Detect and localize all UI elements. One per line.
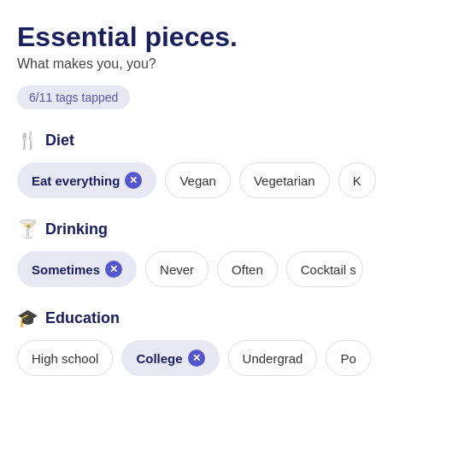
tag-education-1[interactable]: College✕ — [121, 340, 219, 376]
tag-drinking-2[interactable]: Often — [217, 251, 278, 287]
tag-diet-1[interactable]: Vegan — [165, 162, 231, 198]
section-diet: 🍴DietEat everything✕VeganVegetarianK — [17, 130, 453, 198]
remove-tag-drinking-0[interactable]: ✕ — [105, 261, 122, 278]
diet-icon: 🍴 — [17, 130, 38, 150]
sections-container: 🍴DietEat everything✕VeganVegetarianK🍸Dri… — [17, 130, 453, 376]
section-education: 🎓EducationHigh schoolCollege✕UndergradPo — [17, 308, 453, 376]
drinking-icon: 🍸 — [17, 219, 38, 239]
tag-education-0[interactable]: High school — [17, 340, 113, 376]
section-header-education: 🎓Education — [17, 308, 453, 328]
tag-diet-0[interactable]: Eat everything✕ — [17, 162, 156, 198]
main-container: Essential pieces. What makes you, you? 6… — [0, 0, 470, 414]
education-icon: 🎓 — [17, 308, 38, 328]
tag-diet-3[interactable]: K — [338, 162, 376, 198]
tag-education-2[interactable]: Undergrad — [228, 340, 318, 376]
page-title: Essential pieces. — [17, 21, 453, 53]
section-label-education: Education — [45, 309, 120, 327]
section-label-drinking: Drinking — [45, 220, 108, 238]
tag-drinking-3[interactable]: Cocktail s — [286, 251, 363, 287]
tags-row-drinking: Sometimes✕NeverOftenCocktail s — [17, 251, 453, 287]
tags-row-education: High schoolCollege✕UndergradPo — [17, 340, 453, 376]
tag-diet-2[interactable]: Vegetarian — [239, 162, 330, 198]
tag-drinking-1[interactable]: Never — [145, 251, 209, 287]
section-header-diet: 🍴Diet — [17, 130, 453, 150]
tag-education-3[interactable]: Po — [326, 340, 370, 376]
section-drinking: 🍸DrinkingSometimes✕NeverOftenCocktail s — [17, 219, 453, 287]
remove-tag-diet-0[interactable]: ✕ — [125, 172, 142, 189]
section-label-diet: Diet — [45, 132, 74, 150]
page-subtitle: What makes you, you? — [17, 56, 453, 72]
tags-row-diet: Eat everything✕VeganVegetarianK — [17, 162, 453, 198]
tag-drinking-0[interactable]: Sometimes✕ — [17, 251, 137, 287]
tags-badge: 6/11 tags tapped — [17, 85, 130, 109]
remove-tag-education-1[interactable]: ✕ — [188, 350, 205, 367]
section-header-drinking: 🍸Drinking — [17, 219, 453, 239]
